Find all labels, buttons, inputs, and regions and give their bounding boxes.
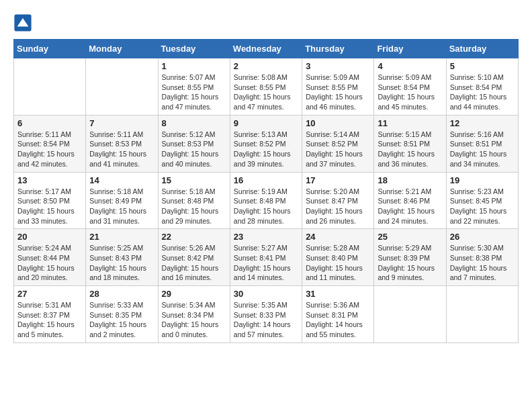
day-detail: Sunrise: 5:30 AM Sunset: 8:38 PM Dayligh… (450, 243, 515, 283)
column-header-saturday: Saturday (446, 40, 518, 58)
calendar-cell: 19Sunrise: 5:23 AM Sunset: 8:45 PM Dayli… (446, 172, 518, 229)
calendar-cell: 4Sunrise: 5:09 AM Sunset: 8:54 PM Daylig… (374, 58, 446, 116)
day-number: 26 (450, 232, 515, 242)
calendar-cell: 28Sunrise: 5:33 AM Sunset: 8:35 PM Dayli… (86, 286, 158, 343)
day-detail: Sunrise: 5:08 AM Sunset: 8:55 PM Dayligh… (234, 73, 298, 112)
calendar-cell: 25Sunrise: 5:29 AM Sunset: 8:39 PM Dayli… (374, 229, 446, 286)
day-number: 18 (378, 175, 442, 185)
day-detail: Sunrise: 5:29 AM Sunset: 8:39 PM Dayligh… (378, 243, 442, 283)
calendar-cell: 15Sunrise: 5:18 AM Sunset: 8:48 PM Dayli… (158, 172, 230, 229)
calendar-cell (446, 286, 518, 343)
calendar-cell: 1Sunrise: 5:07 AM Sunset: 8:55 PM Daylig… (158, 58, 230, 116)
day-number: 16 (234, 175, 298, 185)
day-number: 22 (162, 232, 226, 242)
calendar-cell: 5Sunrise: 5:10 AM Sunset: 8:54 PM Daylig… (446, 58, 518, 116)
column-header-thursday: Thursday (302, 40, 374, 58)
calendar-cell: 16Sunrise: 5:19 AM Sunset: 8:48 PM Dayli… (230, 172, 302, 229)
day-detail: Sunrise: 5:12 AM Sunset: 8:53 PM Dayligh… (162, 130, 226, 169)
day-detail: Sunrise: 5:11 AM Sunset: 8:53 PM Dayligh… (89, 130, 154, 169)
calendar-cell (374, 286, 446, 343)
day-detail: Sunrise: 5:24 AM Sunset: 8:44 PM Dayligh… (17, 243, 82, 283)
calendar-cell: 21Sunrise: 5:25 AM Sunset: 8:43 PM Dayli… (86, 229, 158, 286)
calendar-cell: 29Sunrise: 5:34 AM Sunset: 8:34 PM Dayli… (158, 286, 230, 343)
calendar-week-row: 1Sunrise: 5:07 AM Sunset: 8:55 PM Daylig… (14, 58, 519, 116)
day-number: 4 (378, 61, 442, 71)
calendar-cell: 13Sunrise: 5:17 AM Sunset: 8:50 PM Dayli… (14, 172, 86, 229)
day-detail: Sunrise: 5:18 AM Sunset: 8:48 PM Dayligh… (162, 187, 226, 226)
day-number: 25 (378, 232, 442, 242)
day-detail: Sunrise: 5:35 AM Sunset: 8:33 PM Dayligh… (234, 300, 298, 340)
day-detail: Sunrise: 5:28 AM Sunset: 8:40 PM Dayligh… (306, 243, 370, 283)
day-number: 21 (89, 232, 154, 242)
calendar-cell: 26Sunrise: 5:30 AM Sunset: 8:38 PM Dayli… (446, 229, 518, 286)
calendar-cell: 2Sunrise: 5:08 AM Sunset: 8:55 PM Daylig… (230, 58, 302, 116)
day-number: 30 (234, 289, 298, 299)
calendar-week-row: 20Sunrise: 5:24 AM Sunset: 8:44 PM Dayli… (14, 229, 519, 286)
calendar-cell: 20Sunrise: 5:24 AM Sunset: 8:44 PM Dayli… (14, 229, 86, 286)
day-detail: Sunrise: 5:23 AM Sunset: 8:45 PM Dayligh… (450, 187, 515, 226)
calendar-cell: 30Sunrise: 5:35 AM Sunset: 8:33 PM Dayli… (230, 286, 302, 343)
calendar-cell: 31Sunrise: 5:36 AM Sunset: 8:31 PM Dayli… (302, 286, 374, 343)
day-detail: Sunrise: 5:13 AM Sunset: 8:52 PM Dayligh… (234, 130, 298, 169)
day-detail: Sunrise: 5:27 AM Sunset: 8:41 PM Dayligh… (234, 243, 298, 283)
day-number: 9 (234, 118, 298, 128)
day-detail: Sunrise: 5:09 AM Sunset: 8:55 PM Dayligh… (306, 73, 370, 112)
calendar-cell: 27Sunrise: 5:31 AM Sunset: 8:37 PM Dayli… (14, 286, 86, 343)
calendar-cell: 17Sunrise: 5:20 AM Sunset: 8:47 PM Dayli… (302, 172, 374, 229)
calendar-cell: 12Sunrise: 5:16 AM Sunset: 8:51 PM Dayli… (446, 115, 518, 172)
day-detail: Sunrise: 5:17 AM Sunset: 8:50 PM Dayligh… (17, 187, 82, 226)
calendar-cell: 7Sunrise: 5:11 AM Sunset: 8:53 PM Daylig… (86, 115, 158, 172)
day-number: 14 (89, 175, 154, 185)
day-detail: Sunrise: 5:07 AM Sunset: 8:55 PM Dayligh… (162, 73, 226, 112)
day-number: 29 (162, 289, 226, 299)
day-detail: Sunrise: 5:16 AM Sunset: 8:51 PM Dayligh… (450, 130, 515, 169)
day-detail: Sunrise: 5:31 AM Sunset: 8:37 PM Dayligh… (17, 300, 82, 340)
logo-icon (13, 13, 32, 32)
day-number: 7 (89, 118, 154, 128)
calendar-cell: 23Sunrise: 5:27 AM Sunset: 8:41 PM Dayli… (230, 229, 302, 286)
day-detail: Sunrise: 5:10 AM Sunset: 8:54 PM Dayligh… (450, 73, 515, 112)
day-number: 2 (234, 61, 298, 71)
calendar-week-row: 6Sunrise: 5:11 AM Sunset: 8:54 PM Daylig… (14, 115, 519, 172)
day-detail: Sunrise: 5:21 AM Sunset: 8:46 PM Dayligh… (378, 187, 442, 226)
column-header-wednesday: Wednesday (230, 40, 302, 58)
day-detail: Sunrise: 5:20 AM Sunset: 8:47 PM Dayligh… (306, 187, 370, 226)
calendar-cell: 10Sunrise: 5:14 AM Sunset: 8:52 PM Dayli… (302, 115, 374, 172)
day-number: 24 (306, 232, 370, 242)
day-detail: Sunrise: 5:25 AM Sunset: 8:43 PM Dayligh… (89, 243, 154, 283)
day-number: 23 (234, 232, 298, 242)
calendar-header-row: SundayMondayTuesdayWednesdayThursdayFrid… (14, 40, 519, 58)
day-number: 8 (162, 118, 226, 128)
calendar-cell: 22Sunrise: 5:26 AM Sunset: 8:42 PM Dayli… (158, 229, 230, 286)
column-header-monday: Monday (86, 40, 158, 58)
day-number: 13 (17, 175, 82, 185)
day-detail: Sunrise: 5:18 AM Sunset: 8:49 PM Dayligh… (89, 187, 154, 226)
day-number: 17 (306, 175, 370, 185)
calendar-week-row: 13Sunrise: 5:17 AM Sunset: 8:50 PM Dayli… (14, 172, 519, 229)
logo (13, 13, 34, 32)
calendar-cell: 24Sunrise: 5:28 AM Sunset: 8:40 PM Dayli… (302, 229, 374, 286)
calendar-cell: 11Sunrise: 5:15 AM Sunset: 8:51 PM Dayli… (374, 115, 446, 172)
calendar-cell: 8Sunrise: 5:12 AM Sunset: 8:53 PM Daylig… (158, 115, 230, 172)
calendar-cell: 6Sunrise: 5:11 AM Sunset: 8:54 PM Daylig… (14, 115, 86, 172)
calendar-table: SundayMondayTuesdayWednesdayThursdayFrid… (13, 39, 519, 343)
day-number: 5 (450, 61, 515, 71)
day-number: 31 (306, 289, 370, 299)
day-detail: Sunrise: 5:33 AM Sunset: 8:35 PM Dayligh… (89, 300, 154, 340)
day-detail: Sunrise: 5:26 AM Sunset: 8:42 PM Dayligh… (162, 243, 226, 283)
calendar-cell: 18Sunrise: 5:21 AM Sunset: 8:46 PM Dayli… (374, 172, 446, 229)
calendar-cell: 9Sunrise: 5:13 AM Sunset: 8:52 PM Daylig… (230, 115, 302, 172)
calendar-cell: 3Sunrise: 5:09 AM Sunset: 8:55 PM Daylig… (302, 58, 374, 116)
day-detail: Sunrise: 5:09 AM Sunset: 8:54 PM Dayligh… (378, 73, 442, 112)
column-header-tuesday: Tuesday (158, 40, 230, 58)
day-number: 1 (162, 61, 226, 71)
column-header-friday: Friday (374, 40, 446, 58)
day-number: 19 (450, 175, 515, 185)
day-detail: Sunrise: 5:36 AM Sunset: 8:31 PM Dayligh… (306, 300, 370, 340)
day-number: 3 (306, 61, 370, 71)
calendar-cell (86, 58, 158, 116)
calendar-cell (14, 58, 86, 116)
day-detail: Sunrise: 5:14 AM Sunset: 8:52 PM Dayligh… (306, 130, 370, 169)
day-number: 10 (306, 118, 370, 128)
day-number: 6 (17, 118, 82, 128)
